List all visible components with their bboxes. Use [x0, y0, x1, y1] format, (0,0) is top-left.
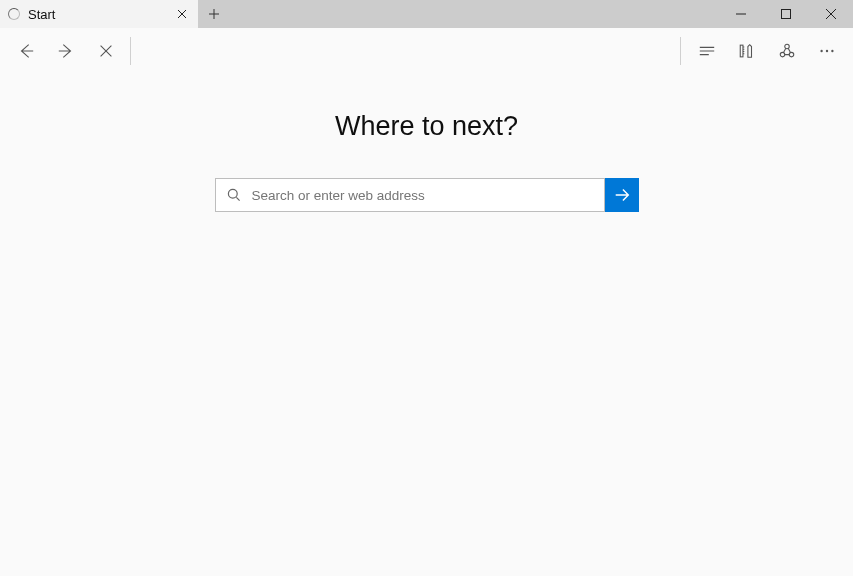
reading-view-button[interactable]: [687, 28, 727, 73]
svg-point-4: [789, 52, 794, 57]
plus-icon: [208, 8, 220, 20]
close-icon: [177, 9, 187, 19]
svg-point-2: [785, 44, 790, 49]
web-note-button[interactable]: [727, 28, 767, 73]
titlebar-drag-area[interactable]: [230, 0, 718, 28]
svg-point-3: [780, 52, 785, 57]
spinner-icon: [8, 8, 20, 20]
search-box[interactable]: [215, 178, 605, 212]
new-tab-button[interactable]: [198, 0, 230, 28]
more-button[interactable]: [807, 28, 847, 73]
search-icon: [226, 187, 242, 203]
titlebar: Start: [0, 0, 853, 28]
reading-view-icon: [698, 42, 716, 60]
back-button[interactable]: [6, 28, 46, 73]
x-icon: [97, 42, 115, 60]
svg-point-7: [831, 49, 833, 51]
share-button[interactable]: [767, 28, 807, 73]
divider: [130, 37, 131, 65]
arrow-left-icon: [17, 42, 35, 60]
go-button[interactable]: [605, 178, 639, 212]
forward-button[interactable]: [46, 28, 86, 73]
toolbar-right: [676, 28, 847, 73]
navbar: [0, 28, 853, 73]
tab-title: Start: [28, 7, 164, 22]
svg-point-5: [820, 49, 822, 51]
minimize-icon: [736, 9, 746, 19]
share-icon: [778, 42, 796, 60]
minimize-button[interactable]: [718, 0, 763, 28]
search-input[interactable]: [252, 188, 596, 203]
divider: [680, 37, 681, 65]
svg-point-6: [826, 49, 828, 51]
tab-close-button[interactable]: [172, 4, 192, 24]
svg-point-8: [228, 189, 237, 198]
window-controls: [718, 0, 853, 28]
tab-start[interactable]: Start: [0, 0, 198, 28]
arrow-right-icon: [613, 186, 631, 204]
svg-rect-1: [740, 45, 743, 57]
search-row: [215, 178, 639, 212]
stop-button[interactable]: [86, 28, 126, 73]
svg-rect-0: [781, 10, 790, 19]
ruler-pencil-icon: [738, 42, 756, 60]
more-icon: [818, 42, 836, 60]
close-window-button[interactable]: [808, 0, 853, 28]
close-icon: [826, 9, 836, 19]
arrow-right-icon: [57, 42, 75, 60]
content-area: Where to next?: [0, 73, 853, 212]
page-heading: Where to next?: [335, 111, 518, 142]
maximize-button[interactable]: [763, 0, 808, 28]
maximize-icon: [781, 9, 791, 19]
